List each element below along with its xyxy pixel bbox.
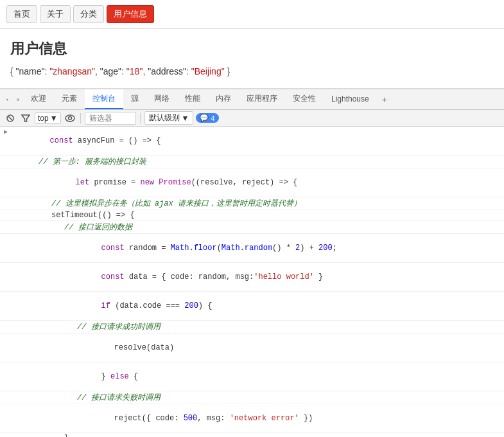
toolbar-separator-2	[140, 113, 141, 123]
console-line-3: let promise = new Promise((resolve, reje…	[0, 168, 504, 197]
tab-sources[interactable]: 源	[123, 89, 146, 109]
console-line-12: } else {	[0, 362, 504, 391]
message-count-value: 4	[211, 114, 214, 122]
console-line-10: // 接口请求成功时调用	[0, 321, 504, 334]
log-level-dropdown-icon: ▼	[182, 114, 189, 123]
console-line-11: resolve(data)	[0, 334, 504, 362]
top-navigation: 首页 关于 分类 用户信息	[0, 0, 504, 29]
console-text-11: resolve(data)	[77, 334, 501, 361]
console-text-10: // 接口请求成功时调用	[77, 321, 501, 332]
console-line-13: // 接口请求失败时调用	[0, 391, 504, 404]
user-data-text: { "name": "zhangsan", "age": "18", "addr…	[10, 66, 230, 76]
tab-elements[interactable]: 元素	[54, 89, 85, 109]
message-count-badge[interactable]: 💬 4	[196, 113, 218, 123]
console-line-8: const data = { code: random, msg:'hello …	[0, 263, 504, 292]
console-text-3: let promise = new Promise((resolve, reje…	[39, 169, 501, 196]
svg-marker-4	[22, 115, 30, 121]
console-line-9: if (data.code === 200) {	[0, 292, 504, 321]
eye-icon[interactable]	[64, 112, 76, 125]
user-data-display: { "name": "zhangsan", "age": "18", "addr…	[10, 66, 494, 76]
context-value: top	[38, 114, 49, 123]
console-text-5: setTimeout(() => {	[51, 211, 501, 220]
console-line-5: setTimeout(() => {	[0, 210, 504, 221]
console-line-15: }	[0, 433, 504, 437]
console-text-1: const asyncFun = () => {	[13, 127, 501, 154]
tab-memory[interactable]: 内存	[208, 89, 239, 109]
console-text-13: // 接口请求失败时调用	[77, 392, 501, 403]
console-line-7: const random = Math.floor(Math.random() …	[0, 234, 504, 263]
log-level-selector[interactable]: 默认级别 ▼	[144, 111, 194, 125]
tab-network[interactable]: 网络	[146, 89, 177, 109]
svg-rect-1	[19, 99, 19, 100]
console-line-6: // 接口返回的数据	[0, 221, 504, 234]
console-text-6: // 接口返回的数据	[64, 222, 501, 233]
devtools-device-icon[interactable]	[13, 94, 23, 105]
tab-console[interactable]: 控制台	[85, 89, 123, 109]
devtools-toolbar: top ▼ 默认级别 ▼ 💬 4	[0, 110, 504, 127]
context-selector[interactable]: top ▼	[35, 112, 61, 124]
page-content: 用户信息 { "name": "zhangsan", "age": "18", …	[0, 29, 504, 82]
devtools-tab-bar: 欢迎 元素 控制台 源 网络 性能 内存 应用程序 安全性 Lighthouse…	[0, 89, 504, 110]
console-text-14: reject({ code: 500, msg: 'network error'…	[77, 405, 501, 432]
tab-welcome[interactable]: 欢迎	[23, 89, 54, 109]
nav-home[interactable]: 首页	[6, 5, 37, 23]
svg-rect-0	[17, 98, 18, 100]
tab-security[interactable]: 安全性	[285, 89, 324, 109]
svg-line-3	[8, 116, 12, 120]
tab-application[interactable]: 应用程序	[239, 89, 285, 109]
clear-console-icon[interactable]	[4, 112, 17, 125]
console-line-2: // 第一步: 服务端的接口封装	[0, 156, 504, 168]
nav-about[interactable]: 关于	[40, 5, 71, 23]
page-title: 用户信息	[10, 39, 494, 58]
nav-category[interactable]: 分类	[73, 5, 104, 23]
console-text-8: const data = { code: random, msg:'hello …	[64, 263, 501, 290]
tab-performance[interactable]: 性能	[177, 89, 208, 109]
console-text-7: const random = Math.floor(Math.random() …	[64, 235, 501, 262]
log-level-value: 默认级别	[149, 112, 180, 123]
filter-input[interactable]	[85, 112, 136, 125]
console-text-2: // 第一步: 服务端的接口封装	[39, 156, 501, 167]
tab-add-button[interactable]: +	[377, 91, 392, 109]
console-text-15: }	[64, 434, 501, 437]
console-line-4: // 这里模拟异步在务（比如 ajax 请来接口，这里暂时用定时器代替）	[0, 197, 504, 210]
filter-icon[interactable]	[19, 112, 32, 125]
message-icon: 💬	[200, 114, 209, 122]
console-line-1: const asyncFun = () => {	[0, 127, 504, 156]
svg-point-5	[65, 115, 74, 121]
svg-point-6	[68, 116, 71, 120]
tab-lighthouse[interactable]: Lighthouse	[324, 91, 377, 109]
toolbar-separator-1	[80, 113, 81, 123]
console-output: const asyncFun = () => { // 第一步: 服务端的接口封…	[0, 127, 504, 437]
context-dropdown-icon: ▼	[50, 114, 58, 123]
console-text-9: if (data.code === 200) {	[64, 292, 501, 319]
devtools-panel: 欢迎 元素 控制台 源 网络 性能 内存 应用程序 安全性 Lighthouse…	[0, 88, 504, 437]
console-text-12: } else {	[64, 363, 501, 390]
console-line-14: reject({ code: 500, msg: 'network error'…	[0, 404, 504, 433]
nav-userinfo[interactable]: 用户信息	[107, 5, 154, 23]
console-text-4: // 这里模拟异步在务（比如 ajax 请来接口，这里暂时用定时器代替）	[51, 198, 501, 209]
devtools-cursor-icon[interactable]	[3, 94, 13, 105]
